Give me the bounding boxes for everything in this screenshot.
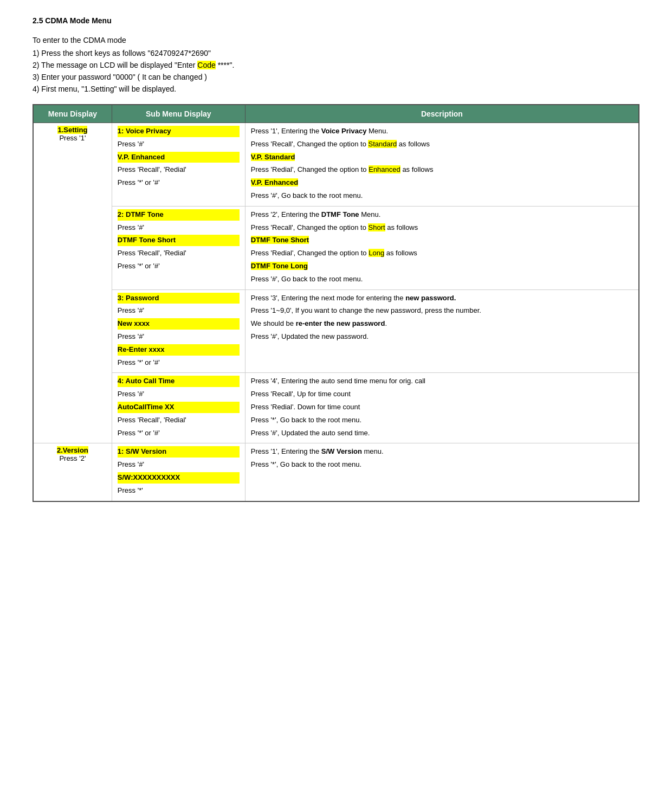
menu-cell: 1.SettingPress '1' [33,123,112,443]
desc-item: Press '*', Go back to the root menu. [251,415,633,426]
desc-cell: Press '1', Entering the S/W Version menu… [245,443,639,501]
submenu-item: AutoCallTime XX [118,402,240,413]
submenu-item: Press '*' [118,485,240,497]
desc-cell: Press '3', Entering the next mode for en… [245,289,639,373]
desc-cell: Press '4', Entering the auto send time m… [245,373,639,443]
submenu-item: Press 'Recall', 'Redial' [118,415,240,426]
menu-name: 1.Setting [57,126,87,134]
menu-name: 2.Version [57,446,88,454]
desc-item: Press 'Redial', Changed the option to En… [251,164,633,176]
intro-line0: To enter to the CDMA mode [33,36,639,44]
submenu-item: Press '#' [118,389,240,400]
desc-item: Press '3', Entering the next mode for en… [251,293,633,304]
submenu-item: Press '*' or '#' [118,357,240,369]
submenu-item: Press '#' [118,222,240,234]
desc-item: Press 'Recall', Changed the option to St… [251,139,633,150]
desc-item: Press '#', Updated the new password. [251,331,633,343]
submenu-item: 3: Password [118,293,240,304]
desc-item: Press '1', Entering the Voice Privacy Me… [251,126,633,137]
section-title: 2.5 CDMA Mode Menu [33,16,639,25]
desc-item: Press 'Recall', Up for time count [251,389,633,400]
desc-item: Press '#', Updated the auto send time. [251,428,633,439]
table-header-row: Menu Display Sub Menu Display Descriptio… [33,105,639,123]
submenu-cell: 3: PasswordPress '#'New xxxxPress '#'Re-… [112,289,245,373]
submenu-item: 4: Auto Call Time [118,376,240,387]
desc-item: Press 'Redial'. Down for time count [251,402,633,413]
desc-item: DTMF Tone Short [251,235,633,246]
desc-item: Press '1~9,0', If you want to change the… [251,305,633,317]
cdma-table: Menu Display Sub Menu Display Descriptio… [33,104,639,502]
desc-cell: Press '1', Entering the Voice Privacy Me… [245,123,639,207]
submenu-item: Press '*' or '#' [118,261,240,272]
desc-item: We should be re-enter the new password. [251,318,633,330]
table-row: 3: PasswordPress '#'New xxxxPress '#'Re-… [33,289,639,373]
submenu-item: 1: S/W Version [118,446,240,458]
submenu-item: 2: DTMF Tone [118,209,240,221]
code-word: Code [197,61,215,69]
desc-cell: Press '2', Entering the DTMF Tone Menu.P… [245,206,639,289]
intro-line2: 2) The message on LCD will be displayed … [33,61,639,69]
submenu-cell: 1: S/W VersionPress '#'S/W:XXXXXXXXXXPre… [112,443,245,501]
submenu-cell: 2: DTMF TonePress '#'DTMF Tone ShortPres… [112,206,245,289]
submenu-item: Press '#' [118,305,240,317]
submenu-cell: 1: Voice PrivacyPress '#'V.P. EnhancedPr… [112,123,245,207]
submenu-item: Press '*' or '#' [118,177,240,189]
header-desc: Description [245,105,639,123]
desc-item: Press '2', Entering the DTMF Tone Menu. [251,209,633,221]
menu-press: Press '1' [59,134,86,142]
header-submenu: Sub Menu Display [112,105,245,123]
intro-line4: 4) First menu, "1.Setting" will be displ… [33,85,639,93]
submenu-item: 1: Voice Privacy [118,126,240,137]
submenu-item: V.P. Enhanced [118,152,240,163]
submenu-item: Press '*' or '#' [118,428,240,439]
submenu-item: Re-Enter xxxx [118,344,240,356]
table-row: 2.VersionPress '2'1: S/W VersionPress '#… [33,443,639,501]
menu-cell: 2.VersionPress '2' [33,443,112,501]
submenu-item: Press '#' [118,139,240,150]
submenu-item: Press '#' [118,331,240,343]
desc-item: V.P. Enhanced [251,177,633,189]
intro-line1: 1) Press the short keys as follows "6247… [33,49,639,57]
desc-item: DTMF Tone Long [251,261,633,272]
submenu-item: New xxxx [118,318,240,330]
desc-item: Press '1', Entering the S/W Version menu… [251,446,633,458]
intro-line2-post: ****". [216,61,235,69]
desc-item: Press '#', Go back to the root menu. [251,190,633,202]
header-menu: Menu Display [33,105,112,123]
desc-item: Press '4', Entering the auto send time m… [251,376,633,387]
table-row: 1.SettingPress '1'1: Voice PrivacyPress … [33,123,639,207]
intro-line3: 3) Enter your password "0000" ( It can b… [33,73,639,81]
submenu-item: Press 'Recall', 'Redial' [118,164,240,176]
desc-item: Press '#', Go back to the root menu. [251,274,633,285]
submenu-item: Press 'Recall', 'Redial' [118,248,240,259]
submenu-item: Press '#' [118,459,240,471]
table-row: 2: DTMF TonePress '#'DTMF Tone ShortPres… [33,206,639,289]
submenu-item: S/W:XXXXXXXXXX [118,472,240,484]
table-row: 4: Auto Call TimePress '#'AutoCallTime X… [33,373,639,443]
desc-item: V.P. Standard [251,152,633,163]
submenu-cell: 4: Auto Call TimePress '#'AutoCallTime X… [112,373,245,443]
desc-item: Press '*', Go back to the root menu. [251,459,633,471]
menu-press: Press '2' [59,454,86,462]
desc-item: Press 'Redial', Changed the option to Lo… [251,248,633,259]
intro-section: To enter to the CDMA mode 1) Press the s… [33,36,639,93]
intro-line2-pre: 2) The message on LCD will be displayed … [33,61,197,69]
submenu-item: DTMF Tone Short [118,235,240,246]
desc-item: Press 'Recall', Changed the option to Sh… [251,222,633,234]
